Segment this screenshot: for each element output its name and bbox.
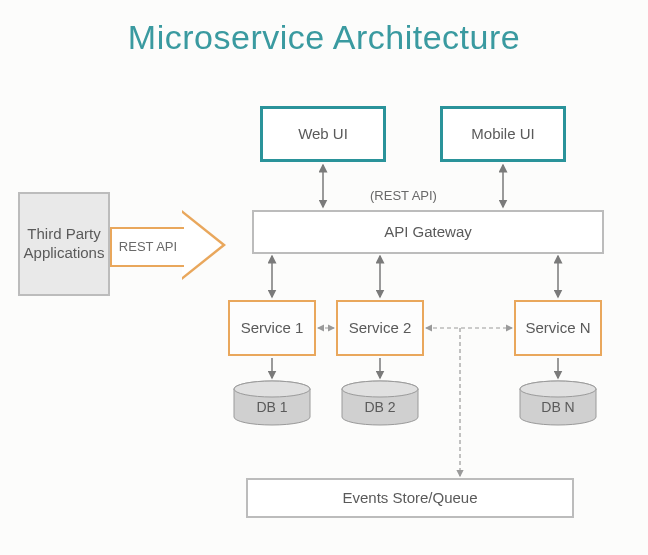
rest-api-arrow: REST API (110, 210, 230, 280)
svg-point-3 (342, 381, 418, 397)
service-1-box: Service 1 (228, 300, 316, 356)
events-queue-box: Events Store/Queue (246, 478, 574, 518)
service-n-label: Service N (525, 319, 590, 338)
third-party-box: Third Party Applications (18, 192, 110, 296)
service-n-box: Service N (514, 300, 602, 356)
diagram-title: Microservice Architecture (0, 18, 648, 57)
rest-api-arrow-label: REST API (119, 239, 177, 255)
api-gateway-label: API Gateway (384, 223, 472, 242)
service-2-label: Service 2 (349, 319, 412, 338)
db-n-label: DB N (541, 399, 574, 415)
web-ui-label: Web UI (298, 125, 348, 144)
db-2: DB 2 (340, 380, 420, 428)
events-queue-label: Events Store/Queue (342, 489, 477, 508)
third-party-label: Third Party Applications (24, 225, 105, 263)
rest-api-small-label: (REST API) (370, 188, 437, 203)
svg-point-1 (234, 381, 310, 397)
web-ui-box: Web UI (260, 106, 386, 162)
db-n: DB N (518, 380, 598, 428)
svg-point-5 (520, 381, 596, 397)
api-gateway-box: API Gateway (252, 210, 604, 254)
service-1-label: Service 1 (241, 319, 304, 338)
db-1-label: DB 1 (256, 399, 287, 415)
db-1: DB 1 (232, 380, 312, 428)
service-2-box: Service 2 (336, 300, 424, 356)
mobile-ui-box: Mobile UI (440, 106, 566, 162)
mobile-ui-label: Mobile UI (471, 125, 534, 144)
db-2-label: DB 2 (364, 399, 395, 415)
